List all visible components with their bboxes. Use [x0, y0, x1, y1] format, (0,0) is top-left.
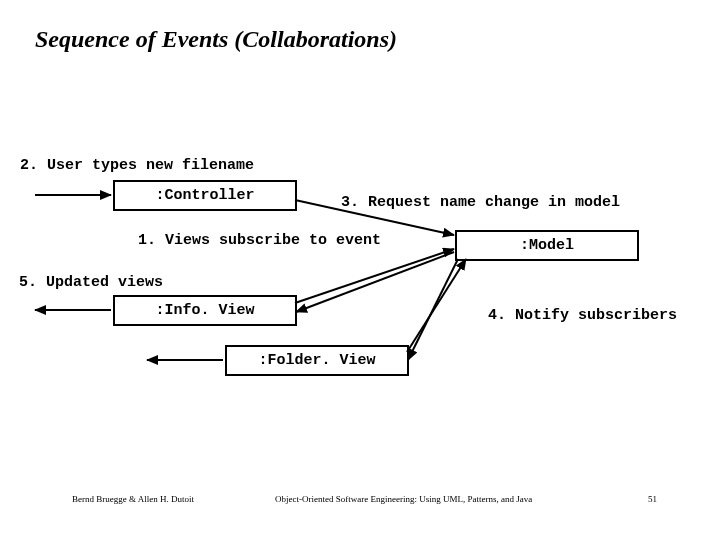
- footer-center: Object-Oriented Software Engineering: Us…: [275, 494, 532, 504]
- svg-line-5: [296, 252, 454, 312]
- step1-label: 1. Views subscribe to event: [138, 232, 381, 249]
- step4-label: 4. Notify subscribers: [488, 307, 677, 324]
- model-box: :Model: [455, 230, 639, 261]
- slide-title: Sequence of Events (Collaborations): [35, 26, 397, 53]
- controller-box: :Controller: [113, 180, 297, 211]
- footer-left: Bernd Bruegge & Allen H. Dutoit: [72, 494, 194, 504]
- footer-right: 51: [648, 494, 657, 504]
- step5-label: 5. Updated views: [19, 274, 163, 291]
- infoview-box: :Info. View: [113, 295, 297, 326]
- svg-line-6: [408, 259, 458, 360]
- step3-label: 3. Request name change in model: [341, 194, 620, 211]
- arrows-layer: [0, 0, 720, 540]
- step2-label: 2. User types new filename: [20, 157, 254, 174]
- svg-line-4: [407, 259, 466, 352]
- folderview-box: :Folder. View: [225, 345, 409, 376]
- svg-line-3: [295, 249, 454, 303]
